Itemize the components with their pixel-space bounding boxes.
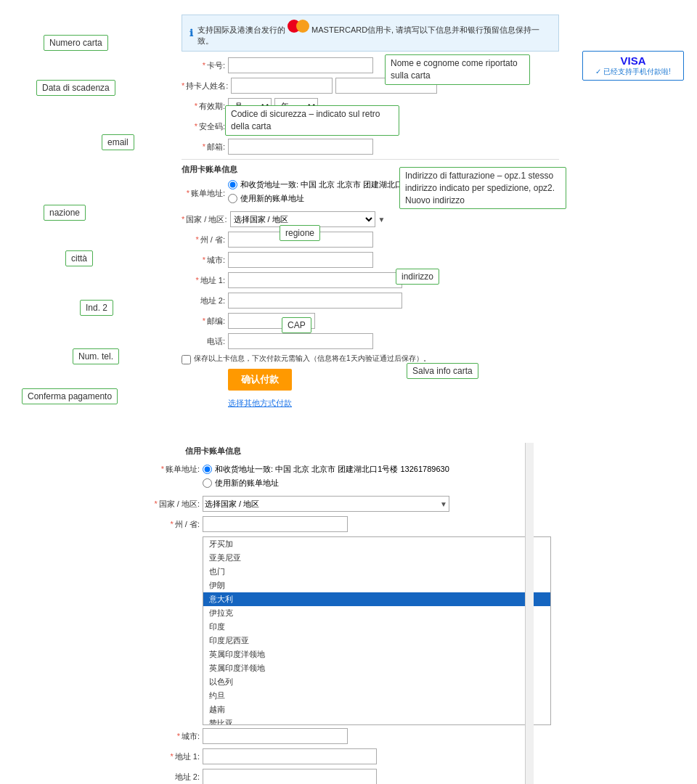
address2-input[interactable]: [228, 293, 402, 309]
bottom-address1-input[interactable]: [203, 748, 377, 764]
country-list-item[interactable]: 亚美尼亚: [203, 551, 550, 565]
billing-radio-same[interactable]: [228, 180, 237, 189]
bottom-city-label: *城市:: [142, 731, 200, 742]
confirm-btn[interactable]: 确认付款: [228, 369, 292, 391]
province-label: *州 / 省:: [182, 234, 225, 245]
country-list-item[interactable]: 伊朗: [203, 579, 550, 592]
country-list-item[interactable]: 印度尼西亚: [203, 634, 550, 648]
address1-label: *地址 1:: [182, 275, 225, 286]
phone-input[interactable]: [228, 333, 373, 349]
bottom-radio-row1: 和收货地址一致: 中国 北京 北京市 团建湖北口1号楼 13261789630: [203, 464, 449, 475]
info-bar: ℹ 支持国际及港澳台发行的 MASTERCARD信用卡, 请填写以下信息并和银行…: [182, 15, 559, 52]
postal-label: *邮编:: [182, 316, 225, 327]
annotation-data-scadenza: Data di scadenza: [36, 80, 115, 96]
country-list-item[interactable]: 伊拉克: [203, 606, 550, 620]
req-star7: *: [182, 215, 184, 224]
expiry-label: *有效期:: [182, 101, 225, 112]
bottom-billing-option2: 使用新的账单地址: [215, 478, 279, 489]
bottom-billing-option1: 和收货地址一致: 中国 北京 北京市 团建湖北口1号楼 13261789630: [215, 464, 449, 475]
annotation-nome-cognome: Nome e cognome come riportato sulla cart…: [385, 54, 530, 85]
address1-row: *地址 1:: [182, 272, 559, 288]
annotation-regione: regione: [280, 225, 320, 241]
req-star-b3: *: [170, 520, 173, 528]
bottom-province-input[interactable]: [203, 516, 348, 532]
req-star9: *: [203, 256, 205, 264]
city-input[interactable]: [228, 252, 373, 268]
address1-input[interactable]: [228, 272, 402, 288]
req-star8: *: [195, 235, 198, 244]
req-star5: *: [203, 142, 205, 151]
email-row: *邮箱:: [182, 139, 559, 155]
req-star3: *: [195, 102, 197, 110]
billing-label: *账单地址:: [182, 188, 225, 199]
bottom-radio-row2: 使用新的账单地址: [203, 478, 449, 489]
bottom-billing-radio-new[interactable]: [203, 478, 212, 488]
bottom-country-select-box[interactable]: 选择国家 / 地区 ▼: [203, 496, 449, 512]
info-text: 支持国际及港澳台发行的 MASTERCARD信用卡, 请填写以下信息并和银行预留…: [197, 20, 551, 46]
country-list-item[interactable]: 意大利: [203, 592, 550, 606]
alt-payment-link[interactable]: 选择其他方式付款: [228, 398, 292, 409]
annotation-email: email: [102, 134, 134, 150]
save-checkbox[interactable]: [182, 355, 191, 364]
bottom-billing-title: 信用卡账单信息: [142, 443, 534, 460]
country-list-item[interactable]: 牙买加: [203, 537, 550, 551]
save-row: 保存以上卡信息，下次付款元需输入（信息将在1天内验证通过后保存）。: [182, 354, 559, 364]
confirm-row: 确认付款: [182, 369, 559, 391]
bottom-country-placeholder: 选择国家 / 地区: [205, 499, 259, 510]
card-number-label: *卡号:: [182, 60, 225, 71]
bottom-section: Scorrete fino alla fine della lista e cl…: [0, 443, 697, 784]
bottom-dropdown-arrow: ▼: [440, 500, 447, 508]
bottom-city-input[interactable]: [203, 728, 348, 744]
annotation-ind2: Ind. 2: [80, 300, 113, 316]
visa-badge: VISA ✓ 已经支持手机付款啦!: [582, 51, 684, 81]
annotation-salva-info: Salva info carta: [407, 363, 478, 379]
annotation-indirizzo-fatturazione: Indirizzo di fatturazione – opz.1 stesso…: [399, 167, 566, 209]
country-list-item[interactable]: 越南: [203, 703, 550, 716]
first-name-input[interactable]: [231, 78, 333, 94]
bottom-province-label: *州 / 省:: [142, 519, 200, 530]
req-star-b4: *: [177, 732, 180, 740]
country-list-item[interactable]: 印度: [203, 620, 550, 634]
country-list-item[interactable]: 以色列: [203, 675, 550, 689]
postal-row: *邮编:: [182, 313, 559, 329]
name-label: *持卡人姓名:: [182, 81, 228, 91]
req-star-b5: *: [170, 752, 173, 761]
bottom-country-row: *国家 / 地区: 选择国家 / 地区 ▼: [142, 496, 534, 512]
country-list-item[interactable]: 英属印度洋领地: [203, 661, 550, 675]
billing-option2-text: 使用新的账单地址: [240, 193, 304, 204]
email-label: *邮箱:: [182, 142, 225, 152]
security-label: *安全码:: [182, 121, 225, 132]
save-checkbox-text: 保存以上卡信息，下次付款元需输入（信息将在1天内验证通过后保存）。: [194, 354, 431, 364]
country-list-item[interactable]: 约旦: [203, 689, 550, 703]
mastercard-logo: [288, 20, 309, 33]
country-dropdown-container: 牙买加亚美尼亚也门伊朗意大利伊拉克印度印度尼西亚英属印度洋领地英属印度洋领地以色…: [203, 536, 534, 725]
alt-payment-row: 选择其他方式付款: [228, 395, 559, 409]
country-list-item[interactable]: 也门: [203, 565, 550, 579]
annotation-nazione: nazione: [44, 205, 86, 221]
bottom-billing-address-row: *账单地址: 和收货地址一致: 中国 北京 北京市 团建湖北口1号楼 13261…: [142, 464, 534, 491]
mc-circle-right: [296, 20, 309, 33]
bottom-billing-radio-same[interactable]: [203, 465, 212, 474]
annotation-citta: città: [65, 250, 93, 266]
country-label: *国家 / 地区:: [182, 214, 227, 225]
billing-radio-new[interactable]: [228, 194, 237, 203]
city-label: *城市:: [182, 255, 225, 266]
email-input[interactable]: [228, 139, 373, 155]
upper-area: Numero carta Nome e cognome come riporta…: [0, 0, 697, 436]
bottom-province-row: *州 / 省:: [142, 516, 534, 532]
country-list-item[interactable]: 英属印度洋领地: [203, 648, 550, 661]
card-number-input[interactable]: [228, 57, 373, 73]
annotation-conferma: Conferma pagamento: [22, 388, 118, 404]
req-star2: *: [182, 81, 184, 90]
address2-label: 地址 2:: [182, 295, 225, 306]
annotation-indirizzo: indirizzo: [396, 269, 439, 285]
annotation-cap: CAP: [282, 317, 311, 333]
country-list[interactable]: 牙买加亚美尼亚也门伊朗意大利伊拉克印度印度尼西亚英属印度洋领地英属印度洋领地以色…: [203, 536, 551, 725]
bottom-address2-input[interactable]: [203, 769, 377, 784]
annotation-numero-carta: Numero carta: [44, 35, 108, 51]
page-container: Numero carta Nome e cognome come riporta…: [0, 0, 697, 784]
req-star-b1: *: [161, 465, 164, 473]
bottom-billing-label: *账单地址:: [142, 464, 200, 475]
country-list-item[interactable]: 赞比亚: [203, 716, 550, 725]
req-star4: *: [195, 122, 197, 131]
